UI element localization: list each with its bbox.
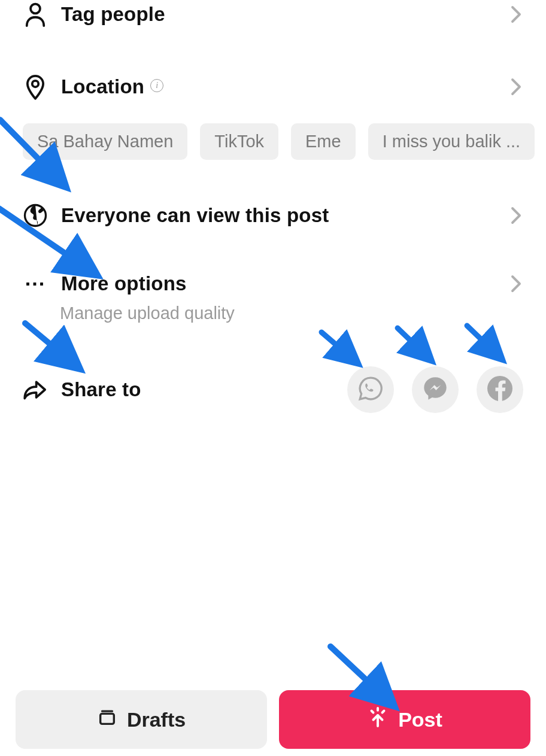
svg-point-1 (32, 81, 39, 87)
share-arrow-icon (23, 377, 48, 402)
drafts-button[interactable]: Drafts (16, 690, 267, 749)
share-to-label: Share to (61, 378, 141, 401)
location-chip[interactable]: Eme (291, 123, 356, 160)
annotation-arrow (390, 323, 444, 371)
location-label: Location (61, 75, 144, 98)
post-button[interactable]: Post (279, 690, 530, 749)
location-chips: Sa Bahay Namen TikTok Eme I miss you bal… (0, 123, 546, 160)
messenger-icon (421, 375, 449, 405)
location-chip[interactable]: Sa Bahay Namen (23, 123, 187, 160)
globe-icon (23, 203, 48, 228)
post-label: Post (398, 708, 442, 731)
location-chip[interactable]: I miss you balik ... (368, 123, 535, 160)
share-facebook-button[interactable] (477, 366, 523, 413)
location-chip[interactable]: TikTok (200, 123, 278, 160)
drafts-label: Drafts (127, 708, 186, 731)
row-tag-people[interactable]: Tag people (0, 0, 546, 31)
person-icon (23, 2, 48, 27)
post-spark-icon (367, 706, 389, 733)
whatsapp-icon (357, 375, 384, 404)
tag-people-label: Tag people (61, 3, 165, 26)
more-options-label: More options (61, 272, 187, 295)
svg-point-0 (31, 4, 40, 14)
chevron-right-icon (509, 277, 523, 291)
chevron-right-icon (509, 7, 523, 22)
svg-line-7 (25, 323, 72, 362)
info-icon: i (150, 79, 163, 92)
row-location[interactable]: Location i (0, 74, 546, 99)
ellipsis-icon: ··· (23, 271, 48, 296)
location-pin-icon (23, 74, 48, 99)
bottom-bar: Drafts Post (0, 690, 546, 749)
privacy-label: Everyone can view this post (61, 204, 329, 227)
chevron-right-icon (509, 80, 523, 94)
svg-line-10 (467, 326, 499, 357)
facebook-icon (486, 374, 514, 405)
row-privacy[interactable]: Everyone can view this post (0, 203, 546, 228)
svg-line-9 (398, 328, 429, 358)
more-options-sub: Manage upload quality (60, 303, 546, 323)
svg-line-8 (321, 332, 355, 361)
svg-rect-4 (101, 714, 114, 724)
share-messenger-button[interactable] (412, 366, 459, 413)
chevron-right-icon (509, 208, 523, 223)
share-whatsapp-button[interactable] (347, 366, 394, 413)
row-share-to: Share to (0, 366, 546, 413)
annotation-arrow (460, 321, 514, 369)
drafts-icon (97, 707, 117, 732)
row-more-options[interactable]: ··· More options (0, 271, 546, 296)
